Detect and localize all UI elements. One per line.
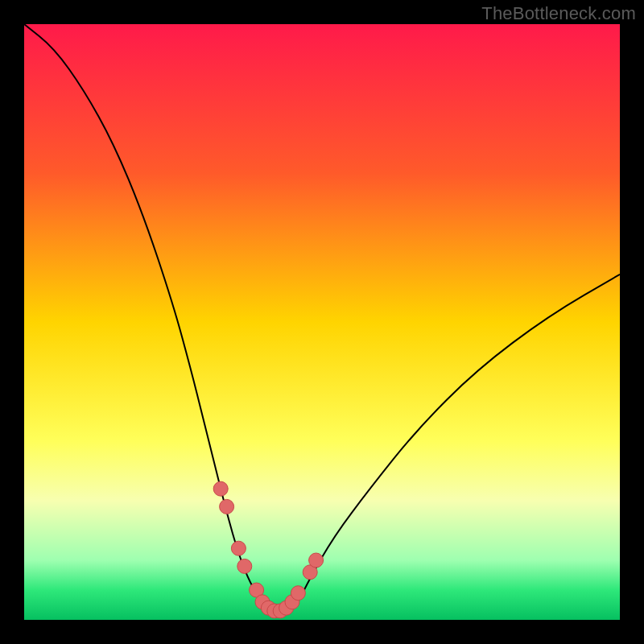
gradient-background: [24, 24, 620, 620]
curve-marker: [291, 586, 305, 601]
curve-marker: [220, 499, 234, 514]
curve-marker: [231, 541, 246, 555]
watermark-text: TheBottleneck.com: [481, 3, 636, 24]
curve-marker: [237, 559, 252, 573]
curve-marker: [213, 481, 228, 496]
chart-frame: TheBottleneck.com: [0, 0, 644, 644]
curve-marker: [309, 553, 324, 568]
plot-svg: [24, 24, 620, 620]
plot-area: [24, 24, 620, 620]
